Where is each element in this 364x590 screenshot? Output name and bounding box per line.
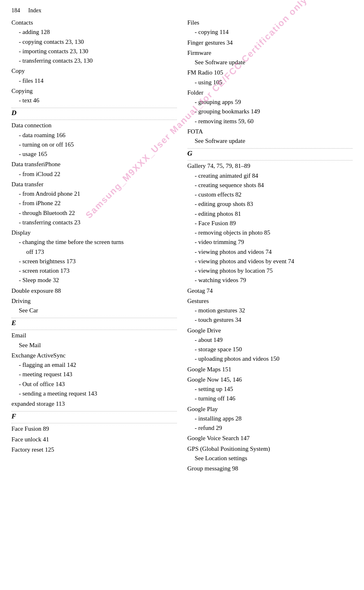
section-letter: D	[11, 109, 177, 117]
index-entry-main: GPS (Global Positioning System)	[188, 444, 353, 454]
section-letter: F	[11, 412, 177, 420]
index-entry-sub: - uploading photos and videos 150	[188, 354, 353, 364]
index-entry-main: Data transfer	[11, 180, 177, 189]
index-entry-sub: - watching videos 79	[188, 276, 353, 285]
index-entry-main: Face Fusion 89	[11, 424, 177, 434]
index-entry-sub: - removing objects in photo 85	[188, 228, 353, 237]
section-letter: E	[11, 319, 177, 327]
index-entry-sub: - from iPhone 22	[11, 199, 177, 208]
index-entry-sub: - from Android phone 21	[11, 189, 177, 199]
index-entry-main: Exchange ActiveSync	[11, 351, 177, 360]
index-entry-main: Finger gestures 34	[188, 38, 353, 47]
index-entry-sub: - data roaming 166	[11, 131, 177, 140]
right-column: Files- copying 114Finger gestures 34Firm…	[184, 17, 353, 473]
index-entry-sub: - changing the time before the screen tu…	[11, 237, 177, 247]
index-entry-main: Contacts	[11, 18, 177, 27]
index-entry-main: Google Drive	[188, 326, 353, 335]
page-number: 184	[11, 7, 20, 14]
index-entry-main: Group messaging 98	[188, 464, 353, 473]
index-entry-main: Driving	[11, 296, 177, 306]
index-entry-sub: - viewing photos by location 75	[188, 266, 353, 276]
section-divider	[11, 411, 177, 411]
index-entry-main: Files	[188, 18, 353, 27]
index-entry-sub: - creating animated gif 84	[188, 171, 353, 181]
section-letter: G	[188, 149, 353, 158]
index-entry-sub: - files 114	[11, 76, 177, 86]
index-entry-sub: - installing apps 28	[188, 414, 353, 423]
index-entry-sub: See Mail	[11, 341, 177, 350]
index-entry-sub: - creating sequence shots 84	[188, 181, 353, 190]
index-entry-sub: - copying 114	[188, 27, 353, 37]
index-entry-sub: - touch gestures 34	[188, 315, 353, 325]
index-entry-main: Face unlock 41	[11, 435, 177, 444]
index-entry-sub: - video trimming 79	[188, 237, 353, 247]
index-entry-sub: - transferring contacts 23, 130	[11, 56, 177, 66]
index-entry-sub: - meeting request 143	[11, 370, 177, 379]
index-entry-main: Google Now 145, 146	[188, 375, 353, 384]
index-entry-sub: - text 46	[11, 96, 177, 105]
index-entry-sub: - refund 29	[188, 423, 353, 433]
index-entry-sub: See Location settings	[188, 454, 353, 463]
index-entry-main: Double exposure 88	[11, 286, 177, 296]
section-divider	[188, 160, 353, 160]
section-divider	[11, 423, 177, 423]
index-entry-main: Geotag 74	[188, 286, 353, 296]
index-entry-sub: - storage space 150	[188, 345, 353, 354]
index-entry-sub: - Sleep mode 32	[11, 276, 177, 285]
index-entry-main: Data connection	[11, 121, 177, 130]
index-entry-main: FM Radio 105	[188, 68, 353, 77]
index-entry-sub: - setting up 145	[188, 384, 353, 394]
index-entry-sub: - copying contacts 23, 130	[11, 37, 177, 47]
index-entry-sub: - Out of office 143	[11, 380, 177, 389]
index-entry-main: Copy	[11, 66, 177, 76]
index-entry-sub: - using 105	[188, 78, 353, 87]
index-entry-sub: - screen rotation 173	[11, 266, 177, 276]
section-divider	[11, 120, 177, 120]
section-divider	[11, 330, 177, 330]
index-entry-main: Google Voice Search 147	[188, 434, 353, 443]
index-entry-main: Display	[11, 228, 177, 237]
index-entry-sub: See Software update	[188, 58, 353, 67]
index-entry-main: Factory reset 125	[11, 445, 177, 454]
index-entry-main: Gestures	[188, 296, 353, 306]
index-entry-main: Google Play	[188, 405, 353, 414]
index-entry-sub: - grouping apps 59	[188, 97, 353, 107]
index-entry-sub: - editing photos 81	[188, 209, 353, 219]
index-entry-sub: See Software update	[188, 136, 353, 146]
index-entry-main: Data transferiPhone	[11, 160, 177, 169]
section-divider	[11, 108, 177, 108]
index-entry-sub: - flagging an email 142	[11, 360, 177, 370]
index-entry-sub: - turning on or off 165	[11, 140, 177, 149]
index-entry-sub: - viewing photos and videos by event 74	[188, 257, 353, 266]
index-entry-sub: - grouping bookmarks 149	[188, 107, 353, 116]
index-entry-main: Gallery 74, 75, 79, 81–89	[188, 161, 353, 171]
index-entry-sub: - screen brightness 173	[11, 257, 177, 266]
section-divider	[11, 318, 177, 318]
index-entry-main: expanded storage 113	[11, 399, 177, 409]
index-entry-sub: See Car	[11, 306, 177, 315]
index-entry-sub: - removing items 59, 60	[188, 117, 353, 126]
index-entry-sub: - viewing photos and videos 74	[188, 247, 353, 257]
index-entry-main: Folder	[188, 88, 353, 97]
index-entry-sub: - about 149	[188, 335, 353, 345]
page-title: Index	[28, 7, 41, 14]
index-entry-sub: - custom effects 82	[188, 190, 353, 199]
index-entry-sub: - turning off 146	[188, 394, 353, 403]
index-entry-main: Email	[11, 331, 177, 340]
index-entry-sub: - through Bluetooth 22	[11, 208, 177, 218]
index-entry-main: Copying	[11, 86, 177, 96]
section-divider	[188, 148, 353, 149]
index-entry-sub: - editing group shots 83	[188, 199, 353, 209]
index-entry-sub: - from iCloud 22	[11, 170, 177, 179]
index-entry-main: Google Maps 151	[188, 365, 353, 374]
index-entry-sub: - usage 165	[11, 149, 177, 159]
index-entry-main: FOTA	[188, 127, 353, 136]
index-entry-sub: - Face Fusion 89	[188, 219, 353, 228]
index-entry-sub: - adding 128	[11, 27, 177, 37]
index-entry-sub: - importing contacts 23, 130	[11, 47, 177, 56]
left-column: Contacts- adding 128- copying contacts 2…	[11, 17, 184, 473]
index-entry-sub: - motion gestures 32	[188, 306, 353, 315]
index-entry-main: Firmware	[188, 48, 353, 58]
index-entry-sub: - sending a meeting request 143	[11, 389, 177, 398]
index-entry-sub: - transferring contacts 23	[11, 218, 177, 227]
